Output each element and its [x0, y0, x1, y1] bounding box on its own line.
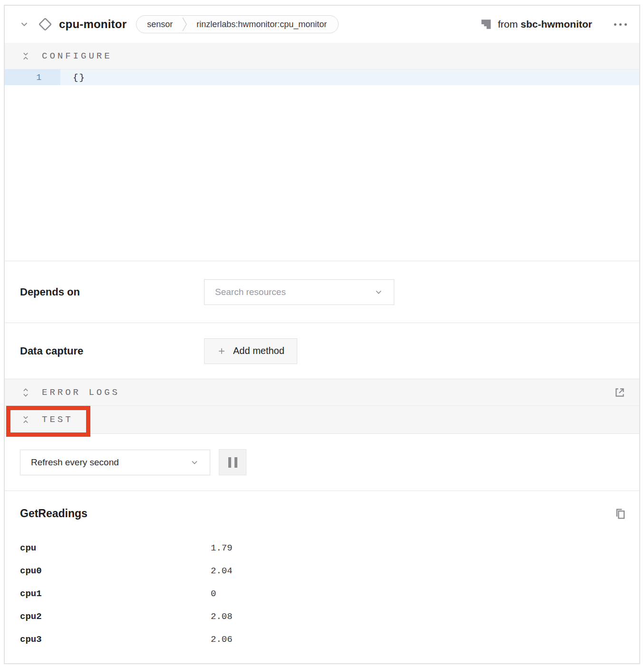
- error-logs-section-bar[interactable]: ERROR LOGS: [5, 379, 639, 406]
- reading-value: 2.06: [211, 634, 233, 645]
- copy-icon[interactable]: [614, 507, 627, 521]
- pause-icon: [234, 457, 237, 468]
- open-in-new-icon[interactable]: [614, 386, 626, 399]
- configure-section-bar[interactable]: CONFIGURE: [5, 43, 639, 69]
- readings-table: cpu 1.79 cpu0 2.04 cpu1 0 cpu2 2.08 cpu3…: [20, 537, 627, 651]
- reading-value: 2.08: [211, 611, 233, 622]
- refresh-rate-value: Refresh every second: [31, 457, 190, 468]
- reading-value: 1.79: [211, 543, 233, 553]
- test-section-label: TEST: [42, 414, 73, 425]
- test-results-panel: GetReadings cpu 1.79 cpu0 2.04 cpu1 0 cp…: [5, 491, 639, 663]
- add-method-button[interactable]: Add method: [204, 338, 297, 364]
- machine-part-icon: [480, 18, 492, 30]
- component-title: cpu-monitor: [59, 18, 127, 31]
- chevron-down-icon: [190, 458, 199, 467]
- code-content[interactable]: {}: [60, 69, 639, 85]
- from-label: from: [498, 19, 518, 29]
- reading-key: cpu1: [20, 589, 211, 599]
- reading-key: cpu0: [20, 566, 211, 576]
- depends-on-select[interactable]: Search resources: [204, 279, 394, 305]
- collapse-section-icon[interactable]: [21, 50, 30, 62]
- table-row: cpu3 2.06: [20, 628, 627, 651]
- collapse-section-icon[interactable]: [21, 414, 30, 425]
- refresh-rate-select[interactable]: Refresh every second: [20, 450, 210, 475]
- method-name: GetReadings: [20, 507, 88, 520]
- error-logs-section-label: ERROR LOGS: [42, 387, 120, 398]
- plus-icon: [217, 346, 226, 356]
- configure-section-label: CONFIGURE: [42, 51, 112, 61]
- reading-key: cpu: [20, 543, 211, 553]
- reading-value: 0: [211, 589, 216, 599]
- component-model: rinzlerlabs:hwmonitor:cpu_monitor: [189, 20, 338, 29]
- pause-icon: [228, 457, 231, 468]
- depends-on-row: Depends on Search resources: [5, 261, 639, 323]
- depends-on-placeholder: Search resources: [215, 287, 374, 297]
- collapse-chevron-icon[interactable]: [19, 19, 29, 29]
- data-capture-row: Data capture Add method: [5, 323, 639, 379]
- reading-key: cpu2: [20, 611, 211, 622]
- line-number: 1: [5, 69, 60, 85]
- table-row: cpu1 0: [20, 582, 627, 605]
- from-part-info: from sbc-hwmonitor: [480, 18, 592, 30]
- component-card: cpu-monitor sensor rinzlerlabs:hwmonitor…: [4, 5, 640, 664]
- data-capture-label: Data capture: [20, 345, 204, 357]
- table-row: cpu 1.79: [20, 537, 627, 560]
- chevron-down-icon: [374, 287, 383, 297]
- pill-separator-icon: [181, 15, 188, 33]
- component-type: sensor: [137, 20, 180, 29]
- test-controls: Refresh every second: [5, 434, 639, 491]
- from-part-name: sbc-hwmonitor: [521, 19, 593, 29]
- configure-code-editor[interactable]: 1 {}: [5, 69, 639, 261]
- component-header: cpu-monitor sensor rinzlerlabs:hwmonitor…: [5, 6, 639, 43]
- pause-refresh-button[interactable]: [219, 449, 246, 475]
- code-line[interactable]: 1 {}: [5, 69, 639, 85]
- reading-value: 2.04: [211, 566, 233, 576]
- add-method-label: Add method: [233, 345, 284, 356]
- table-row: cpu2 2.08: [20, 605, 627, 628]
- test-section-bar[interactable]: TEST: [5, 406, 639, 434]
- depends-on-label: Depends on: [20, 286, 204, 298]
- expand-section-icon[interactable]: [21, 387, 30, 398]
- table-row: cpu0 2.04: [20, 560, 627, 582]
- component-type-pill: sensor rinzlerlabs:hwmonitor:cpu_monitor: [136, 15, 339, 33]
- sensor-component-icon: [38, 17, 52, 31]
- overflow-menu-icon[interactable]: [614, 23, 627, 26]
- reading-key: cpu3: [20, 634, 211, 645]
